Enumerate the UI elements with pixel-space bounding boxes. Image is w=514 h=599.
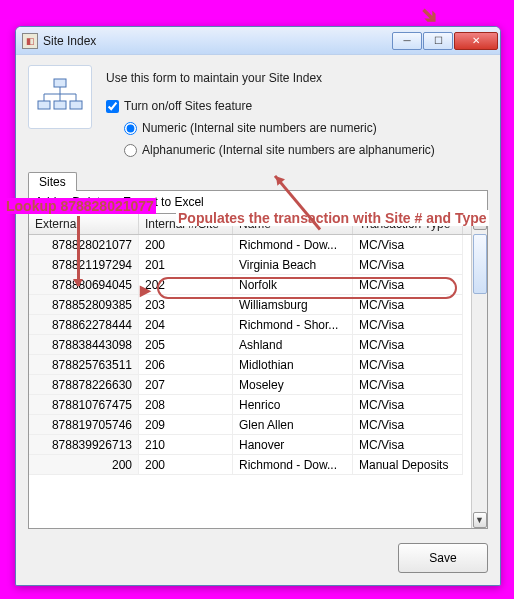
svg-rect-6 [38, 101, 50, 109]
cell-external[interactable]: 878810767475 [29, 395, 139, 415]
cell-external[interactable]: 878819705746 [29, 415, 139, 435]
table-row[interactable]: 878839926713210HanoverMC/Visa [29, 435, 487, 455]
cell-internal[interactable]: 200 [139, 455, 233, 475]
cell-external[interactable]: 878838443098 [29, 335, 139, 355]
cell-external[interactable]: 878862278444 [29, 315, 139, 335]
window-title: Site Index [43, 34, 96, 48]
form-description: Use this form to maintain your Site Inde… [106, 67, 435, 89]
radio-numeric-label: Numeric (Internal site numbers are numer… [142, 121, 377, 135]
add-button[interactable]: Add [35, 195, 56, 209]
orgchart-icon [28, 65, 92, 129]
cell-txtype[interactable]: MC/Visa [353, 355, 463, 375]
client-area: Use this form to maintain your Site Inde… [16, 55, 500, 585]
cell-external[interactable]: 878825763511 [29, 355, 139, 375]
cell-name[interactable]: Hanover [233, 435, 353, 455]
cell-internal[interactable]: 208 [139, 395, 233, 415]
cell-txtype[interactable]: MC/Visa [353, 275, 463, 295]
scroll-down-button[interactable]: ▼ [473, 512, 487, 528]
table-row[interactable]: 878862278444204Richmond - Shor...MC/Visa [29, 315, 487, 335]
cell-external[interactable]: 200 [29, 455, 139, 475]
scroll-thumb[interactable] [473, 234, 487, 294]
sites-grid: External Internal #/Site Name Transactio… [28, 213, 488, 529]
table-row[interactable]: 200200Richmond - Dow...Manual Deposits [29, 455, 487, 475]
close-button[interactable]: ✕ [454, 32, 498, 50]
cell-txtype[interactable]: MC/Visa [353, 395, 463, 415]
table-row[interactable]: 878880694045202NorfolkMC/Visa [29, 275, 487, 295]
cell-txtype[interactable]: MC/Visa [353, 375, 463, 395]
cell-name[interactable]: Glen Allen [233, 415, 353, 435]
table-row[interactable]: 878821197294201Virginia BeachMC/Visa [29, 255, 487, 275]
radio-numeric[interactable] [124, 122, 137, 135]
titlebar[interactable]: ◧ Site Index ─ ☐ ✕ [16, 27, 500, 55]
cell-txtype[interactable]: MC/Visa [353, 235, 463, 255]
table-row[interactable]: 878825763511206MidlothianMC/Visa [29, 355, 487, 375]
grid-toolbar: Add Delete Export to Excel [28, 190, 488, 213]
table-row[interactable]: 878819705746209Glen AllenMC/Visa [29, 415, 487, 435]
cell-name[interactable]: Richmond - Dow... [233, 235, 353, 255]
cell-name[interactable]: Virginia Beach [233, 255, 353, 275]
cell-name[interactable]: Ashland [233, 335, 353, 355]
grid-scrollbar[interactable]: ▲ ▼ [471, 214, 487, 528]
cell-external[interactable]: 878821197294 [29, 255, 139, 275]
cell-name[interactable]: Henrico [233, 395, 353, 415]
scroll-up-button[interactable]: ▲ [473, 214, 487, 230]
cell-name[interactable]: Norfolk [233, 275, 353, 295]
cell-txtype[interactable]: MC/Visa [353, 315, 463, 335]
cell-txtype[interactable]: MC/Visa [353, 415, 463, 435]
cell-name[interactable]: Richmond - Dow... [233, 455, 353, 475]
cell-internal[interactable]: 205 [139, 335, 233, 355]
col-external[interactable]: External [29, 214, 139, 234]
cell-external[interactable]: 878878226630 [29, 375, 139, 395]
table-row[interactable]: 878838443098205AshlandMC/Visa [29, 335, 487, 355]
col-internal[interactable]: Internal #/Site [139, 214, 233, 234]
cell-internal[interactable]: 202 [139, 275, 233, 295]
cell-internal[interactable]: 209 [139, 415, 233, 435]
cell-internal[interactable]: 204 [139, 315, 233, 335]
cell-external[interactable]: 878828021077 [29, 235, 139, 255]
svg-rect-8 [70, 101, 82, 109]
cell-txtype[interactable]: Manual Deposits [353, 455, 463, 475]
cell-internal[interactable]: 206 [139, 355, 233, 375]
window-site-index: ◧ Site Index ─ ☐ ✕ [15, 26, 501, 586]
cell-txtype[interactable]: MC/Visa [353, 335, 463, 355]
cell-txtype[interactable]: MC/Visa [353, 435, 463, 455]
cell-txtype[interactable]: MC/Visa [353, 255, 463, 275]
table-row[interactable]: 878878226630207MoseleyMC/Visa [29, 375, 487, 395]
tab-sites[interactable]: Sites [28, 172, 77, 191]
toggle-sites-checkbox[interactable] [106, 100, 119, 113]
cell-external[interactable]: 878880694045 [29, 275, 139, 295]
cell-internal[interactable]: 203 [139, 295, 233, 315]
cell-internal[interactable]: 200 [139, 235, 233, 255]
cell-txtype[interactable]: MC/Visa [353, 295, 463, 315]
toggle-sites-label: Turn on/off Sites feature [124, 99, 252, 113]
save-button[interactable]: Save [398, 543, 488, 573]
cell-external[interactable]: 878852809385 [29, 295, 139, 315]
cell-name[interactable]: Midlothian [233, 355, 353, 375]
table-row[interactable]: 878810767475208HenricoMC/Visa [29, 395, 487, 415]
delete-button[interactable]: Delete [72, 195, 107, 209]
cell-internal[interactable]: 207 [139, 375, 233, 395]
maximize-button[interactable]: ☐ [423, 32, 453, 50]
col-txtype[interactable]: Transaction Type [353, 214, 463, 234]
cell-internal[interactable]: 210 [139, 435, 233, 455]
cell-name[interactable]: Richmond - Shor... [233, 315, 353, 335]
col-name[interactable]: Name [233, 214, 353, 234]
table-row[interactable]: 878852809385203WilliamsburgMC/Visa [29, 295, 487, 315]
svg-rect-0 [54, 79, 66, 87]
cell-internal[interactable]: 201 [139, 255, 233, 275]
cell-external[interactable]: 878839926713 [29, 435, 139, 455]
radio-alphanumeric[interactable] [124, 144, 137, 157]
minimize-button[interactable]: ─ [392, 32, 422, 50]
export-button[interactable]: Export to Excel [123, 195, 204, 209]
cell-name[interactable]: Williamsburg [233, 295, 353, 315]
app-icon: ◧ [22, 33, 38, 49]
cell-name[interactable]: Moseley [233, 375, 353, 395]
table-row[interactable]: 878828021077200Richmond - Dow...MC/Visa [29, 235, 487, 255]
svg-rect-7 [54, 101, 66, 109]
radio-alpha-label: Alphanumeric (Internal site numbers are … [142, 143, 435, 157]
